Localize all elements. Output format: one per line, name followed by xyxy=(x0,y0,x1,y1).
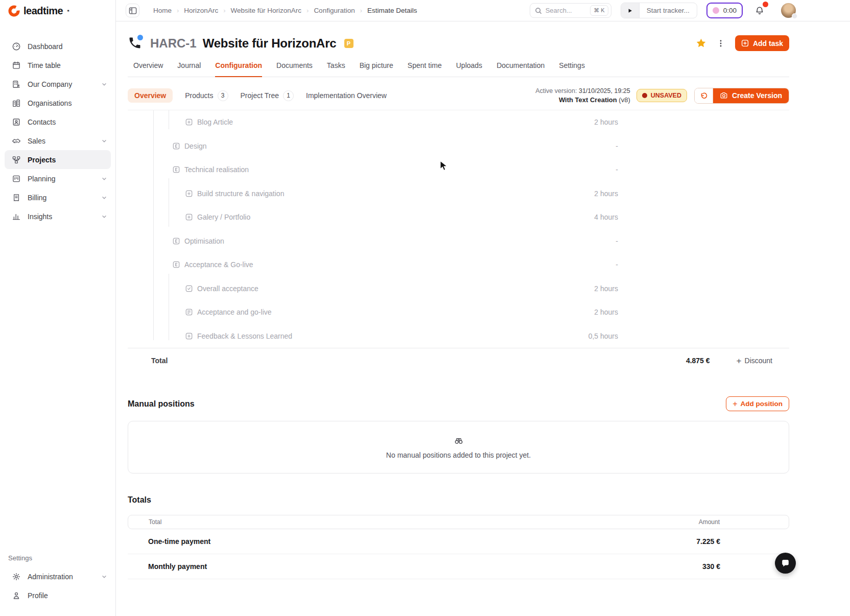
add-task-button[interactable]: Add task xyxy=(735,35,789,51)
breadcrumb-home[interactable]: Home xyxy=(153,7,172,14)
subtab-implementation-overview[interactable]: Implementation Overview xyxy=(306,91,387,100)
sidebar-item-billing[interactable]: Billing xyxy=(5,188,111,207)
tab-documents[interactable]: Documents xyxy=(276,61,313,77)
tree-row-label: Design xyxy=(184,142,207,150)
sidebar-item-label: Time table xyxy=(28,61,61,69)
sidebar-item-planning[interactable]: Planning xyxy=(5,169,111,188)
tree-row-label: Overall acceptance xyxy=(197,285,258,293)
sidebar-toggle-button[interactable] xyxy=(126,4,139,17)
version-split-button: Create Version xyxy=(694,88,789,104)
breadcrumb-configuration[interactable]: Configuration xyxy=(314,7,355,14)
sidebar-item-label: Our Company xyxy=(28,80,72,88)
subtab-products[interactable]: Products 3 xyxy=(185,90,228,101)
total-label: Total xyxy=(151,357,168,365)
panel-icon xyxy=(128,6,137,15)
search-box[interactable]: ⌘ K xyxy=(530,3,611,18)
estimate-tree: Blog Article 2 hours Design - Technical … xyxy=(128,110,789,373)
sidebar-item-projects[interactable]: Projects xyxy=(5,150,111,169)
tree-row-hours: 4 hours xyxy=(594,213,618,221)
totals-row-label: Monthly payment xyxy=(148,562,207,571)
epic-icon xyxy=(173,143,180,150)
tree-row[interactable]: Design - xyxy=(128,134,789,158)
tracker-label: Start tracker... xyxy=(640,3,697,18)
sidebar-item-profile[interactable]: Profile xyxy=(5,586,111,605)
tree-row[interactable]: Blog Article 2 hours xyxy=(128,110,789,134)
breadcrumb-separator: › xyxy=(223,7,225,14)
add-position-button[interactable]: + Add position xyxy=(726,396,789,411)
insights-chart-icon xyxy=(12,212,21,221)
notifications-button[interactable] xyxy=(752,3,767,18)
manual-positions-empty-state: No manual positions added to this projec… xyxy=(128,421,789,473)
totals-table-header: Total Amount xyxy=(128,515,789,529)
app-window: leadtime ✶ Dashboard Time table Our Comp… xyxy=(0,0,850,616)
tree-row[interactable]: Feedback & Lessons Learned 0,5 hours xyxy=(128,324,789,348)
timer-display[interactable]: 0:00 xyxy=(706,3,743,18)
active-version-name: With Text Creation xyxy=(559,96,617,104)
leadtime-logo-icon xyxy=(8,5,20,17)
tab-documentation[interactable]: Documentation xyxy=(497,61,545,77)
project-code: HARC-1 xyxy=(150,36,197,51)
tree-row[interactable]: Build structure & navigation 2 hours xyxy=(128,182,789,206)
create-version-button[interactable]: Create Version xyxy=(713,88,789,103)
avatar-status-dot xyxy=(792,13,797,19)
tab-configuration[interactable]: Configuration xyxy=(215,61,262,77)
table-row: Monthly payment 330 € xyxy=(128,554,789,579)
more-options-button[interactable] xyxy=(717,39,725,48)
tree-guide-line xyxy=(169,110,169,129)
favorite-star-icon[interactable] xyxy=(696,38,706,49)
estimate-total-row: Total 4.875 € + Discount xyxy=(128,348,789,373)
sidebar-item-organisations[interactable]: Organisations xyxy=(5,93,111,112)
tree-row[interactable]: Acceptance & Go-live - xyxy=(128,253,789,277)
tree-guide-line xyxy=(169,178,169,227)
tree-row-hours: - xyxy=(616,165,618,174)
manual-positions-header: Manual positions + Add position xyxy=(128,396,789,411)
products-count-badge: 3 xyxy=(218,90,228,101)
tab-settings[interactable]: Settings xyxy=(559,61,585,77)
tab-big-picture[interactable]: Big picture xyxy=(360,61,393,77)
tab-uploads[interactable]: Uploads xyxy=(456,61,482,77)
subtab-overview[interactable]: Overview xyxy=(128,88,173,103)
plus-icon: + xyxy=(737,357,742,365)
active-version-number: (v8) xyxy=(619,96,630,104)
sidebar-item-label: Projects xyxy=(28,156,56,164)
tab-overview[interactable]: Overview xyxy=(133,61,163,77)
breadcrumb-horizonarc[interactable]: HorizonArc xyxy=(184,7,218,14)
tab-journal[interactable]: Journal xyxy=(177,61,201,77)
add-discount-button[interactable]: + Discount xyxy=(737,357,772,365)
project-tabs: Overview Journal Configuration Documents… xyxy=(128,61,789,77)
tree-row-hours: - xyxy=(616,142,618,150)
breadcrumb-current: Estimate Details xyxy=(367,7,417,14)
sidebar-item-our-company[interactable]: Our Company xyxy=(5,75,111,93)
tree-row-hours: 2 hours xyxy=(594,285,618,293)
breadcrumb-project[interactable]: Website für HorizonArc xyxy=(230,7,301,14)
sidebar-item-label: Dashboard xyxy=(28,42,63,51)
sidebar-item-insights[interactable]: Insights xyxy=(5,207,111,226)
sidebar-item-contacts[interactable]: Contacts xyxy=(5,112,111,131)
sidebar-item-time-table[interactable]: Time table xyxy=(5,56,111,75)
brand-logo[interactable]: leadtime ✶ xyxy=(0,0,115,21)
start-tracker-button[interactable]: Start tracker... xyxy=(621,3,697,18)
tab-tasks[interactable]: Tasks xyxy=(327,61,345,77)
tree-row[interactable]: Optimisation - xyxy=(128,229,789,253)
subtab-project-tree[interactable]: Project Tree 1 xyxy=(241,90,294,101)
undo-button[interactable] xyxy=(695,88,713,103)
timer-value: 0:00 xyxy=(723,7,737,14)
tab-spent-time[interactable]: Spent time xyxy=(408,61,442,77)
sidebar-item-administration[interactable]: Administration xyxy=(5,567,111,586)
user-avatar[interactable] xyxy=(781,3,796,18)
sidebar-item-sales[interactable]: Sales xyxy=(5,131,111,150)
tree-row-hours: 0,5 hours xyxy=(588,332,618,340)
tree-row[interactable]: Galery / Portfolio 4 hours xyxy=(128,205,789,229)
tree-row-hours: 2 hours xyxy=(594,308,618,316)
chevron-down-icon xyxy=(101,81,108,88)
tree-row-label: Optimisation xyxy=(184,237,224,245)
sidebar-item-dashboard[interactable]: Dashboard xyxy=(5,37,111,56)
tree-row[interactable]: Technical realisation - xyxy=(128,158,789,182)
tree-row-label: Build structure & navigation xyxy=(197,189,284,198)
sidebar-nav: Dashboard Time table Our Company Organis… xyxy=(0,21,115,226)
tree-row[interactable]: Overall acceptance 2 hours xyxy=(128,277,789,301)
play-icon[interactable] xyxy=(621,3,640,18)
tree-row[interactable]: Acceptance and go-live 2 hours xyxy=(128,300,789,324)
search-input[interactable] xyxy=(546,7,584,14)
chat-widget-button[interactable] xyxy=(775,553,796,574)
